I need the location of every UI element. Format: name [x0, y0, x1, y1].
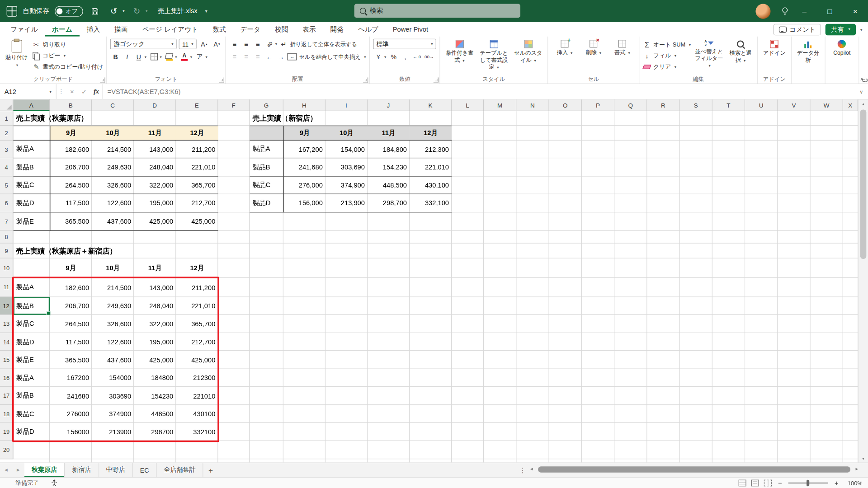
cell-C3[interactable]: 214,500	[92, 141, 134, 158]
column-header-F[interactable]: F	[218, 99, 250, 111]
column-header-D[interactable]: D	[134, 99, 176, 111]
excel-labs-button[interactable]: Excel Labs	[863, 39, 868, 64]
column-header-C[interactable]: C	[92, 99, 134, 111]
sheet-tab-2[interactable]: 中野店	[99, 463, 133, 477]
clear-button[interactable]: クリア▾	[643, 62, 676, 72]
cell-D7[interactable]: 425,000	[134, 212, 176, 230]
zoom-slider[interactable]	[788, 482, 828, 483]
row-header-11[interactable]: 11	[0, 278, 13, 297]
ribbon-tab-5[interactable]: 数式	[205, 22, 233, 37]
cell-I3[interactable]: 154,000	[326, 141, 368, 158]
column-header-A[interactable]: A	[13, 99, 50, 111]
cell-B6[interactable]: 117,500	[50, 194, 92, 212]
cell-E5[interactable]: 365,700	[176, 177, 218, 194]
vertical-scrollbar-thumb[interactable]	[860, 109, 866, 259]
document-title-dropdown-icon[interactable]: ▾	[205, 9, 208, 14]
cell-K3[interactable]: 212,300	[410, 141, 452, 158]
merge-center-button[interactable]: ↔セルを結合して中央揃え▾	[288, 52, 366, 62]
redo-dropdown-icon[interactable]: ▾	[146, 9, 147, 14]
cell-A7[interactable]: 製品E	[13, 212, 50, 230]
row-header-20[interactable]: 20	[0, 441, 13, 459]
percent-format-button[interactable]: %	[388, 52, 399, 62]
comma-format-button[interactable]: ,	[400, 52, 410, 62]
cell-D10[interactable]: 11月	[134, 258, 176, 278]
font-name-select[interactable]: 游ゴシック▾	[110, 39, 177, 49]
scroll-down-icon[interactable]: ▾	[859, 456, 868, 461]
sheet-tab-options-icon[interactable]: ⋮	[519, 463, 526, 477]
cell-I4[interactable]: 303,690	[326, 158, 368, 176]
delete-cells-button[interactable]: 削除 ▾	[580, 39, 607, 56]
cell-H4[interactable]: 241,680	[283, 158, 326, 176]
ribbon-tab-8[interactable]: 表示	[295, 22, 323, 37]
column-header-S[interactable]: S	[680, 99, 712, 111]
excel-app-icon[interactable]	[7, 6, 17, 16]
grow-font-button[interactable]: A▴	[199, 39, 209, 49]
ribbon-tab-2[interactable]: 挿入	[80, 22, 107, 37]
cell-C6[interactable]: 122,600	[92, 194, 134, 212]
cell-I2[interactable]: 10月	[326, 126, 368, 141]
ribbon-display-options-icon[interactable]: ▾	[860, 27, 863, 32]
align-bottom-button[interactable]: ≡	[253, 39, 263, 49]
ribbon-tab-7[interactable]: 校閲	[268, 22, 295, 37]
currency-format-button[interactable]: ¥	[373, 52, 383, 62]
column-header-E[interactable]: E	[176, 99, 218, 111]
row-header-18[interactable]: 18	[0, 405, 13, 422]
decrease-indent-button[interactable]: ←	[264, 52, 274, 62]
orientation-dropdown-icon[interactable]: ▾	[275, 42, 277, 46]
cell-G6[interactable]: 製品D	[250, 194, 283, 212]
cell-K2[interactable]: 12月	[410, 126, 452, 141]
column-header-W[interactable]: W	[811, 99, 843, 111]
autosum-button[interactable]: Σオート SUM▾	[643, 40, 691, 50]
format-painter-button[interactable]: ✎書式のコピー/貼り付け	[32, 62, 103, 72]
cell-C7[interactable]: 437,600	[92, 212, 134, 230]
copy-button[interactable]: コピー▾	[32, 51, 66, 61]
cell-G4[interactable]: 製品B	[250, 158, 283, 176]
column-header-L[interactable]: L	[452, 99, 484, 111]
fill-button[interactable]: ↓フィル▾	[643, 51, 676, 61]
row-header-14[interactable]: 14	[0, 333, 13, 351]
borders-dropdown-icon[interactable]: ▾	[160, 55, 161, 59]
cell-K5[interactable]: 430,100	[410, 177, 452, 194]
column-header-K[interactable]: K	[410, 99, 452, 111]
font-dialog-launcher-icon[interactable]	[219, 77, 224, 82]
save-icon[interactable]	[88, 4, 101, 19]
page-break-view-button[interactable]	[764, 479, 772, 486]
row-header-5[interactable]: 5	[0, 177, 13, 194]
row-header-8[interactable]: 8	[0, 231, 13, 244]
zoom-in-button[interactable]: +	[833, 479, 840, 487]
cell-H3[interactable]: 167,200	[283, 141, 326, 158]
cancel-icon[interactable]: ×	[66, 88, 78, 95]
zoom-level[interactable]: 100%	[845, 479, 863, 486]
search-box[interactable]: 検索	[354, 4, 520, 18]
autosave-toggle[interactable]: オフ	[55, 6, 83, 16]
row-header-2[interactable]: 2	[0, 126, 13, 141]
clipboard-dialog-launcher-icon[interactable]	[100, 77, 105, 82]
column-header-O[interactable]: O	[549, 99, 582, 111]
sheet-nav-next-icon[interactable]: ▸	[12, 463, 24, 477]
cell-D3[interactable]: 143,000	[134, 141, 176, 158]
analyze-data-button[interactable]: データ分析	[795, 39, 821, 64]
page-layout-view-button[interactable]	[751, 479, 759, 486]
cell-J5[interactable]: 448,500	[368, 177, 410, 194]
accessibility-icon[interactable]	[51, 479, 58, 486]
font-color-dropdown-icon[interactable]: ▾	[190, 55, 192, 59]
row-header-7[interactable]: 7	[0, 212, 13, 230]
column-header-N[interactable]: N	[516, 99, 549, 111]
cell-K4[interactable]: 221,010	[410, 158, 452, 176]
column-header-V[interactable]: V	[778, 99, 810, 111]
ribbon-tab-10[interactable]: ヘルプ	[351, 22, 386, 37]
cell-C10[interactable]: 10月	[92, 258, 134, 278]
cut-button[interactable]: ✂切り取り	[32, 40, 66, 50]
cell-B5[interactable]: 264,500	[50, 177, 92, 194]
align-right-button[interactable]: ≡	[253, 52, 263, 62]
formula-input[interactable]: =VSTACK(A3:E7,G3:K6)	[103, 84, 855, 99]
row-header-6[interactable]: 6	[0, 194, 13, 212]
vertical-scrollbar[interactable]: ▴ ▾	[858, 99, 868, 462]
cell-E10[interactable]: 12月	[176, 258, 218, 278]
column-header-P[interactable]: P	[582, 99, 614, 111]
cell-D4[interactable]: 248,040	[134, 158, 176, 176]
select-all-corner[interactable]	[0, 99, 13, 111]
addins-button[interactable]: アドイン	[761, 39, 788, 57]
minimize-button[interactable]: –	[792, 0, 817, 22]
format-as-table-button[interactable]: テーブルとして書式設定 ▾	[478, 39, 510, 70]
